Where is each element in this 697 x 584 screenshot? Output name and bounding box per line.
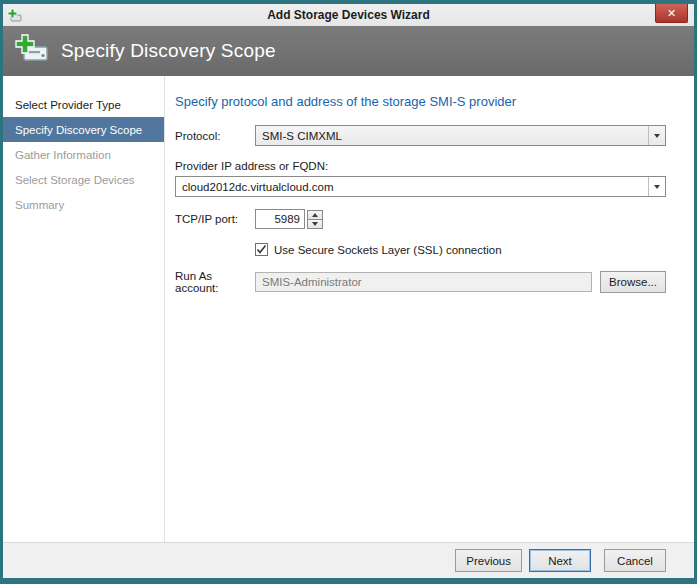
wizard-content: Specify protocol and address of the stor… [165,76,694,542]
previous-button[interactable]: Previous [455,549,522,572]
runas-account-value: SMIS-Administrator [262,276,362,288]
wizard-footer: Previous Next Cancel [3,542,694,578]
step-label: Gather Information [15,149,111,161]
close-button[interactable]: ✕ [655,4,688,23]
check-icon [256,244,267,255]
spinner-down-button[interactable] [307,219,323,229]
chevron-down-icon [312,222,318,226]
add-storage-drive-icon [15,34,49,68]
ssl-checkbox[interactable] [255,243,268,256]
protocol-value: SMI-S CIMXML [256,130,648,142]
ssl-row: Use Secure Sockets Layer (SSL) connectio… [255,243,666,256]
runas-row: Run As account: SMIS-Administrator Brows… [175,270,666,294]
sidebar-item-summary[interactable]: Summary [3,192,164,217]
provider-address-row: cloud2012dc.virtualcloud.com [175,176,666,197]
chevron-down-icon [654,134,660,138]
protocol-dropdown[interactable]: SMI-S CIMXML [255,125,666,146]
wizard-body: Select Provider Type Specify Discovery S… [3,76,694,542]
port-value: 5989 [274,213,300,225]
sidebar-item-gather-information[interactable]: Gather Information [3,142,164,167]
sidebar-item-select-storage-devices[interactable]: Select Storage Devices [3,167,164,192]
titlebar: Add Storage Devices Wizard ✕ [3,4,694,26]
close-icon: ✕ [667,7,676,19]
step-label: Select Provider Type [15,99,121,111]
chevron-down-icon [654,185,660,189]
browse-button[interactable]: Browse... [600,271,666,293]
provider-address-value: cloud2012dc.virtualcloud.com [176,181,648,193]
protocol-label: Protocol: [175,130,255,142]
port-spinner [307,210,323,229]
runas-label: Run As account: [175,270,255,294]
step-label: Summary [15,199,64,211]
port-row: TCP/IP port: 5989 [175,209,666,229]
port-label: TCP/IP port: [175,213,255,225]
protocol-dropdown-button[interactable] [648,126,665,145]
sidebar-item-select-provider-type[interactable]: Select Provider Type [3,92,164,117]
window-title: Add Storage Devices Wizard [3,8,694,22]
cancel-button[interactable]: Cancel [604,549,666,572]
page-title: Specify Discovery Scope [61,40,276,62]
wizard-header: Specify Discovery Scope [3,26,694,76]
next-button[interactable]: Next [529,549,591,572]
provider-address-dropdown-button[interactable] [648,177,665,196]
step-label: Specify Discovery Scope [15,124,142,136]
runas-account-field: SMIS-Administrator [255,272,592,292]
provider-address-input[interactable]: cloud2012dc.virtualcloud.com [175,176,666,197]
sidebar-item-specify-discovery-scope[interactable]: Specify Discovery Scope [3,117,164,142]
protocol-row: Protocol: SMI-S CIMXML [175,125,666,146]
chevron-up-icon [312,213,318,217]
content-heading: Specify protocol and address of the stor… [175,94,666,109]
port-input[interactable]: 5989 [255,209,305,229]
ssl-checkbox-label: Use Secure Sockets Layer (SSL) connectio… [274,244,502,256]
step-label: Select Storage Devices [15,174,135,186]
wizard-window: Add Storage Devices Wizard ✕ Specify Dis… [0,0,697,584]
wizard-steps-sidebar: Select Provider Type Specify Discovery S… [3,76,165,542]
provider-address-label: Provider IP address or FQDN: [175,160,666,172]
